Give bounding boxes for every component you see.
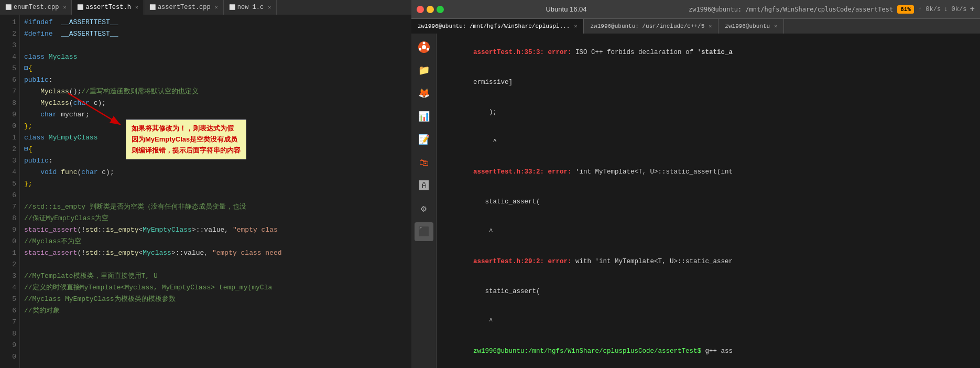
line-numbers: 12345 67890 12345 67890 12345 67890 xyxy=(0,15,20,368)
term-output-line: zw1996@ubuntu:/mnt/hgfs/WinShare/cpluspl… xyxy=(442,337,975,366)
code-line: //保证MyEmptyClass为空 xyxy=(24,213,407,224)
code-line: //类的对象 xyxy=(24,305,407,317)
terminal-output[interactable]: assertTest.h:35:3: error: ISO C++ forbid… xyxy=(437,34,980,368)
file-icon: ⬜ xyxy=(229,4,235,10)
terminal-titlebar: Ubuntu 16.04 zw1996@ubuntu: /mnt/hgfs/Wi… xyxy=(411,0,980,19)
terminal-icon[interactable]: ⬛ xyxy=(415,222,433,241)
browser-icon[interactable]: 🦊 xyxy=(415,84,433,103)
document-icon[interactable]: 📝 xyxy=(415,130,433,149)
code-line: class MyEmptyClass xyxy=(24,132,407,144)
upload-icon: ↑ 0k/s xyxy=(918,6,941,13)
code-line: #define __ASSERTTEST__ xyxy=(24,28,407,40)
code-line: #ifndef __ASSERTTEST__ xyxy=(24,17,407,28)
code-line: class Myclass xyxy=(24,51,407,63)
terminal-title: Ubuntu 16.04 xyxy=(448,5,684,13)
editor-panel: ⬜ enumTest.cpp ✕ ⬜ assertTest.h ✕ ⬜ asse… xyxy=(0,0,411,368)
term-output-line: static_assert( xyxy=(442,277,975,307)
tab-enumTest[interactable]: ⬜ enumTest.cpp ✕ xyxy=(0,0,72,15)
tab-close[interactable]: ✕ xyxy=(268,4,271,10)
code-line: }; xyxy=(24,178,407,190)
download-icon: ↓ 0k/s xyxy=(944,6,966,13)
code-line xyxy=(24,190,407,201)
terminal-panel: Ubuntu 16.04 zw1996@ubuntu: /mnt/hgfs/Wi… xyxy=(411,0,980,368)
maximize-btn[interactable] xyxy=(437,6,444,13)
code-line: //定义的时候直接MyTemplate<Myclass, MyEmptyClas… xyxy=(24,282,407,294)
term-output-line: ermissive] xyxy=(442,68,975,98)
code-line-static-assert-2: static_assert(!std::is_empty<Myclass>::v… xyxy=(24,247,407,259)
ubuntu-icon[interactable] xyxy=(415,38,433,57)
ubuntu-logo-icon xyxy=(418,41,430,53)
tab-close-icon[interactable]: ✕ xyxy=(774,23,777,29)
code-line xyxy=(24,259,407,270)
term-tab-label: zw1996@ubuntu: /usr/include/c++/5 xyxy=(590,23,704,29)
term-tab-3[interactable]: zw1996@ubuntu ✕ xyxy=(718,19,784,34)
tab-close[interactable]: ✕ xyxy=(135,4,138,10)
files-icon[interactable]: 📁 xyxy=(415,61,433,80)
svg-point-6 xyxy=(419,48,421,51)
terminal-main: 📁 🦊 📊 📝 🛍 🅰 ⚙ ⬛ assertTest.h:35:3: error… xyxy=(411,34,980,368)
add-terminal-icon[interactable]: + xyxy=(970,5,975,14)
tab-label: assertTest.h xyxy=(85,4,130,11)
code-line: //Myclass不为空 xyxy=(24,236,407,247)
tab-close[interactable]: ✕ xyxy=(215,4,218,10)
file-icon: ⬜ xyxy=(149,4,156,10)
tab-assertTestCpp[interactable]: ⬜ assertTest.cpp ✕ xyxy=(144,0,224,15)
term-output-line: assertTest.h:35:3: error: ISO C++ forbid… xyxy=(442,38,975,68)
term-output-line: ^ xyxy=(442,307,975,337)
tab-label: new 1.c xyxy=(237,4,264,11)
term-output-line: assertTest.h:33:2: error: 'int MyTemplat… xyxy=(442,157,975,187)
minimize-btn[interactable] xyxy=(427,6,434,13)
amazon-icon[interactable]: 🅰 xyxy=(415,176,433,195)
settings-icon[interactable]: ⚙ xyxy=(415,199,433,218)
svg-point-4 xyxy=(422,42,425,45)
svg-point-3 xyxy=(422,45,426,49)
code-line: }; xyxy=(24,121,407,132)
tab-close-icon[interactable]: ✕ xyxy=(574,23,577,29)
file-icon: ⬜ xyxy=(77,4,83,10)
svg-point-5 xyxy=(427,48,429,51)
code-line: Myclass();//重写构造函数则需将默认空的也定义 xyxy=(24,86,407,98)
code-line-static-assert-1: static_assert(!std::is_empty<MyEmptyClas… xyxy=(24,224,407,236)
code-line: //MyTemplate模板类，里面直接使用T, U xyxy=(24,270,407,282)
code-content[interactable]: #ifndef __ASSERTTEST__ #define __ASSERTT… xyxy=(20,15,411,368)
file-icon: ⬜ xyxy=(5,4,12,10)
code-line: Myclass(char c); xyxy=(24,98,407,109)
term-output-line: ); xyxy=(442,98,975,127)
code-line: //Myclass MyEmptyClass为模板类的模板参数 xyxy=(24,294,407,305)
tab-close-icon[interactable]: ✕ xyxy=(709,23,712,29)
code-line: char mychar; xyxy=(24,109,407,121)
tab-label: enumTest.cpp xyxy=(14,4,59,11)
tab-assertTestH[interactable]: ⬜ assertTest.h ✕ xyxy=(72,0,144,15)
code-line: public: xyxy=(24,74,407,86)
terminal-tabs: zw1996@ubuntu: /mnt/hgfs/WinShare/cplusp… xyxy=(411,19,980,34)
term-tab-1[interactable]: zw1996@ubuntu: /mnt/hgfs/WinShare/cplusp… xyxy=(411,19,584,34)
code-area: 12345 67890 12345 67890 12345 67890 #ifn… xyxy=(0,15,411,368)
code-line xyxy=(24,40,407,51)
code-line: ⊟{ xyxy=(24,144,407,155)
tab-new1[interactable]: ⬜ new 1.c ✕ xyxy=(224,0,277,15)
term-output-line: assertTest.h:29:2: error: with 'int MyTe… xyxy=(442,247,975,277)
left-icon-bar: 📁 🦊 📊 📝 🛍 🅰 ⚙ ⬛ xyxy=(411,34,437,368)
term-output-line: ^ xyxy=(442,217,975,247)
battery-badge: 81% xyxy=(897,5,914,14)
code-line: //std::is_empty 判断类是否为空类（没有任何非静态成员变量，也没 xyxy=(24,201,407,213)
code-line: void func(char c); xyxy=(24,167,407,178)
tab-close[interactable]: ✕ xyxy=(63,4,66,10)
close-btn[interactable] xyxy=(417,6,424,13)
editor-tabs: ⬜ enumTest.cpp ✕ ⬜ assertTest.h ✕ ⬜ asse… xyxy=(0,0,411,15)
shopping-icon[interactable]: 🛍 xyxy=(415,153,433,172)
code-line: ⊟{ xyxy=(24,63,407,74)
code-line: public: xyxy=(24,155,407,167)
term-tab-label: zw1996@ubuntu: /mnt/hgfs/WinShare/cplusp… xyxy=(418,23,570,29)
term-output-line: static_assert( xyxy=(442,187,975,217)
spreadsheet-icon[interactable]: 📊 xyxy=(415,107,433,126)
tab-label: assertTest.cpp xyxy=(158,4,211,11)
terminal-right-icons: ↑ 0k/s ↓ 0k/s + xyxy=(918,5,975,14)
window-controls xyxy=(417,6,444,13)
term-output-line: ^ xyxy=(442,127,975,157)
term-tab-2[interactable]: zw1996@ubuntu: /usr/include/c++/5 ✕ xyxy=(584,19,718,34)
terminal-path: zw1996@ubuntu: /mnt/hgfs/WinShare/cplusC… xyxy=(689,6,893,13)
term-tab-label: zw1996@ubuntu xyxy=(725,23,770,29)
